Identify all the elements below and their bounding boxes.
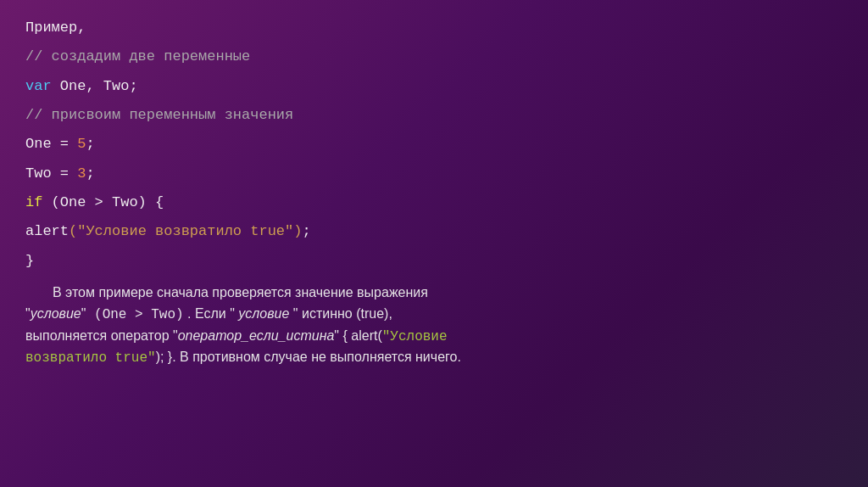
var-keyword: var xyxy=(25,78,52,94)
code-line-one-assign: One = 5; xyxy=(25,133,843,155)
two-op: = xyxy=(52,165,78,182)
desc-para1-text1: В этом примере сначала проверяется значе… xyxy=(53,285,428,299)
two-end: ; xyxy=(86,165,94,182)
comment2-text: // присвоим переменным значения xyxy=(25,107,293,123)
alert-string: ("Условие возвратило true") xyxy=(69,223,302,239)
one-op: = xyxy=(52,136,78,152)
close-brace: } xyxy=(25,253,34,269)
if-keyword: if xyxy=(25,194,42,210)
code-line-comment1: // создадим две переменные xyxy=(25,46,843,68)
desc-quote1: "условие" xyxy=(25,306,86,321)
code-line-close-brace: } xyxy=(25,250,843,272)
description-block: В этом примере сначала проверяется значе… xyxy=(25,283,843,369)
desc-para2-end: ); }. В противном случае не выполняется … xyxy=(156,350,461,364)
var-names: One, Two; xyxy=(52,78,138,94)
desc-italic-op: оператор_если_истина xyxy=(178,328,335,343)
comment1-text: // создадим две переменные xyxy=(25,48,250,64)
two-num: 3 xyxy=(77,165,86,182)
desc-para2: выполняется оператор "оператор_если_исти… xyxy=(25,328,382,343)
alert-end: ; xyxy=(302,223,310,239)
desc-para1: В этом примере сначала проверяется значе… xyxy=(25,283,843,369)
alert-fn: alert xyxy=(25,223,69,239)
two-var: Two xyxy=(25,165,52,182)
code-line-comment2: // присвоим переменным значения xyxy=(25,104,843,126)
one-var: One xyxy=(25,136,52,152)
if-cond: (One > Two) { xyxy=(42,194,164,210)
main-content: Пример, // создадим две переменные var O… xyxy=(0,0,868,487)
code-line-if: if (One > Two) { xyxy=(25,192,843,214)
code-line-two-assign: Two = 3; xyxy=(25,163,843,185)
desc-italic-condition2: условие xyxy=(238,306,289,321)
desc-italic-condition: условие xyxy=(31,306,81,321)
code-label: Пример, xyxy=(25,17,843,39)
code-line-alert: alert("Условие возвратило true"); xyxy=(25,221,843,243)
one-num: 5 xyxy=(77,136,86,152)
code-line-var-decl: var One, Two; xyxy=(25,76,843,98)
code-label-text: Пример, xyxy=(25,20,86,36)
desc-code-cond: (One > Two) xyxy=(86,307,183,322)
one-end: ; xyxy=(86,136,94,152)
desc-cont1: . Если " условие " истинно (true), xyxy=(184,306,392,321)
